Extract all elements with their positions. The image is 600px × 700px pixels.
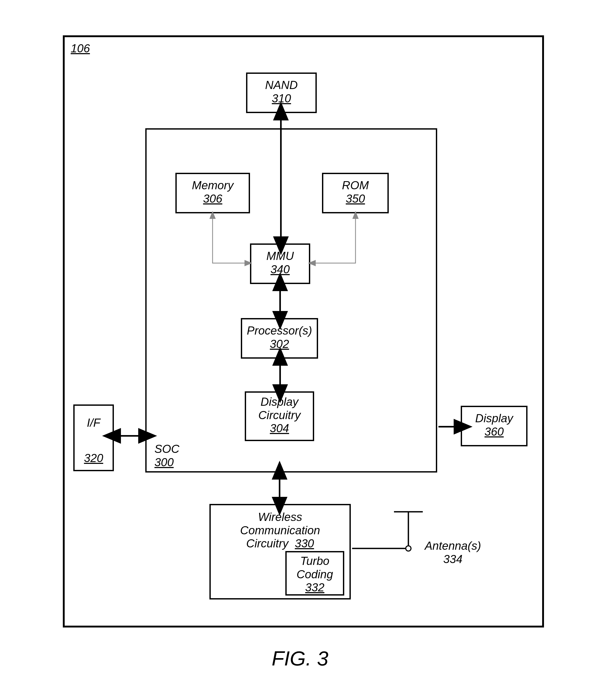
svg-point-7 bbox=[406, 546, 411, 551]
diagram-root: 106 SOC 300 NAND 310 Memory 306 ROM 350 … bbox=[0, 0, 600, 700]
connectors-svg bbox=[0, 0, 600, 700]
